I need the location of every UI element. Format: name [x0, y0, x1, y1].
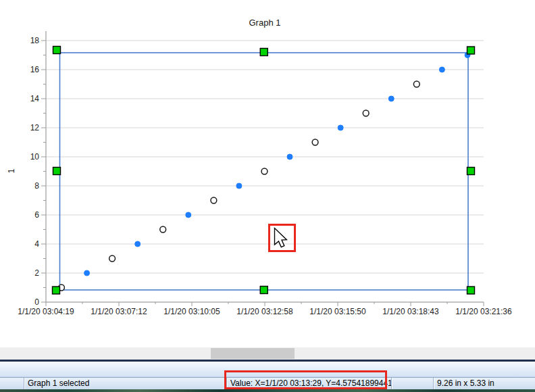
selection-handle[interactable] — [467, 168, 475, 175]
selection-handle[interactable] — [53, 168, 61, 175]
data-point-filled[interactable] — [135, 241, 141, 247]
x-tick-label: 1/1/20 03:21:36 — [455, 307, 512, 316]
data-point-filled[interactable] — [186, 212, 191, 218]
data-point-open[interactable] — [312, 139, 318, 145]
data-point-open[interactable] — [261, 168, 268, 174]
data-point-filled[interactable] — [236, 183, 242, 189]
hscrollbar-thumb[interactable] — [211, 348, 295, 359]
y-tick-label: 6 — [34, 210, 39, 220]
data-point-open[interactable] — [211, 197, 217, 203]
x-tick-label: 1/1/20 03:18:43 — [382, 307, 439, 316]
statusbar-empty-field — [0, 378, 24, 390]
y-tick-label: 16 — [30, 65, 40, 74]
selection-handle[interactable] — [260, 49, 268, 56]
data-point-open[interactable] — [413, 81, 419, 87]
data-point-filled[interactable] — [338, 125, 343, 130]
data-point-filled[interactable] — [287, 154, 292, 160]
data-point-open[interactable] — [109, 255, 116, 262]
x-tick-label: 1/1/20 03:07:12 — [91, 307, 147, 316]
x-tick-label: 1/1/20 03:04:19 — [18, 307, 74, 316]
x-tick-label: 1/1/20 03:10:05 — [163, 307, 220, 316]
selection-handle[interactable] — [53, 47, 61, 54]
y-tick-label: 8 — [34, 181, 39, 191]
plot-canvas[interactable]: 0246810121416181/1/20 03:04:191/1/20 03:… — [0, 0, 535, 347]
x-tick-label: 1/1/20 03:12:58 — [236, 307, 293, 316]
lower-toolbar-strip — [0, 362, 535, 377]
statusbar-value-field: Value: X=1/1/20 03:13:29, Y=4.5754189944… — [227, 378, 392, 390]
selection-handle[interactable] — [260, 287, 268, 294]
y-tick-label: 14 — [30, 94, 40, 103]
data-point-filled[interactable] — [439, 67, 444, 72]
data-point-filled[interactable] — [84, 270, 90, 276]
y-tick-label: 0 — [34, 297, 39, 307]
bottom-desktop-sliver — [0, 389, 535, 392]
data-point-open[interactable] — [160, 226, 166, 232]
x-tick-label: 1/1/20 03:15:50 — [309, 307, 366, 316]
selection-handle[interactable] — [467, 47, 475, 54]
statusbar-spacer-field — [392, 378, 434, 390]
selection-handle[interactable] — [467, 287, 475, 294]
data-point-filled[interactable] — [388, 96, 394, 101]
app-window: Graph 1 1 0246810121416181/1/20 03:04:19… — [0, 0, 535, 392]
y-tick-label: 10 — [30, 152, 40, 162]
y-tick-label: 12 — [30, 123, 40, 132]
y-tick-label: 4 — [34, 239, 39, 249]
statusbar: Graph 1 selected Value: X=1/1/20 03:13:2… — [0, 377, 535, 390]
y-tick-label: 18 — [30, 36, 40, 45]
y-tick-label: 2 — [34, 268, 39, 278]
selection-handle[interactable] — [53, 287, 60, 294]
statusbar-size-field: 9.26 in x 5.33 in — [434, 378, 535, 390]
data-point-open[interactable] — [363, 110, 369, 116]
statusbar-selection-field: Graph 1 selected — [24, 378, 227, 390]
